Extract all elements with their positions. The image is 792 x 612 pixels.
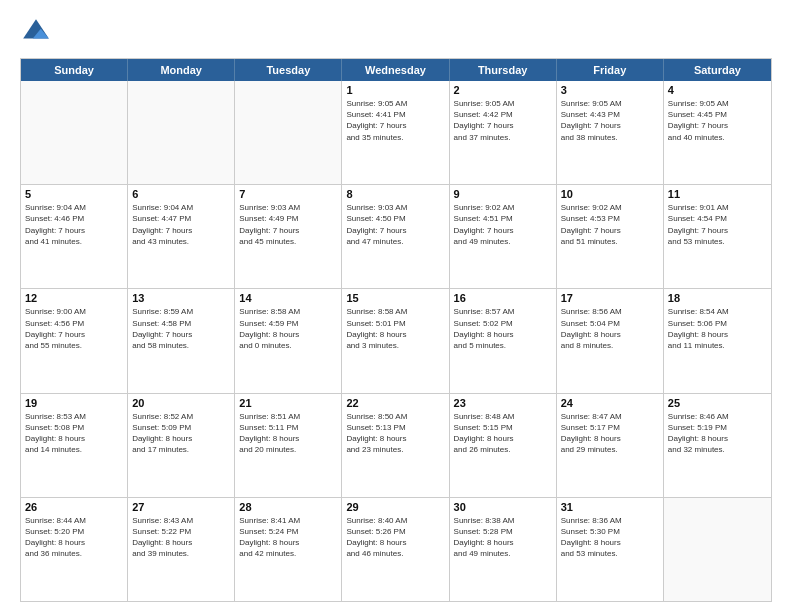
day-number-31: 31 <box>561 501 659 513</box>
day-cell-30: 30Sunrise: 8:38 AM Sunset: 5:28 PM Dayli… <box>450 498 557 601</box>
day-info-1: Sunrise: 9:05 AM Sunset: 4:41 PM Dayligh… <box>346 98 444 143</box>
day-number-14: 14 <box>239 292 337 304</box>
day-info-28: Sunrise: 8:41 AM Sunset: 5:24 PM Dayligh… <box>239 515 337 560</box>
day-number-9: 9 <box>454 188 552 200</box>
week-row-3: 19Sunrise: 8:53 AM Sunset: 5:08 PM Dayli… <box>21 393 771 497</box>
day-number-27: 27 <box>132 501 230 513</box>
day-number-1: 1 <box>346 84 444 96</box>
day-info-3: Sunrise: 9:05 AM Sunset: 4:43 PM Dayligh… <box>561 98 659 143</box>
day-cell-6: 6Sunrise: 9:04 AM Sunset: 4:47 PM Daylig… <box>128 185 235 288</box>
header-sunday: Sunday <box>21 59 128 81</box>
day-number-13: 13 <box>132 292 230 304</box>
day-info-16: Sunrise: 8:57 AM Sunset: 5:02 PM Dayligh… <box>454 306 552 351</box>
empty-cell-w0-d1 <box>128 81 235 184</box>
day-number-4: 4 <box>668 84 767 96</box>
header <box>20 16 772 48</box>
empty-cell-w4-d6 <box>664 498 771 601</box>
day-number-2: 2 <box>454 84 552 96</box>
day-info-5: Sunrise: 9:04 AM Sunset: 4:46 PM Dayligh… <box>25 202 123 247</box>
day-number-25: 25 <box>668 397 767 409</box>
day-number-17: 17 <box>561 292 659 304</box>
day-cell-24: 24Sunrise: 8:47 AM Sunset: 5:17 PM Dayli… <box>557 394 664 497</box>
day-cell-4: 4Sunrise: 9:05 AM Sunset: 4:45 PM Daylig… <box>664 81 771 184</box>
day-number-10: 10 <box>561 188 659 200</box>
day-number-7: 7 <box>239 188 337 200</box>
empty-cell-w0-d0 <box>21 81 128 184</box>
day-cell-25: 25Sunrise: 8:46 AM Sunset: 5:19 PM Dayli… <box>664 394 771 497</box>
day-cell-23: 23Sunrise: 8:48 AM Sunset: 5:15 PM Dayli… <box>450 394 557 497</box>
day-info-22: Sunrise: 8:50 AM Sunset: 5:13 PM Dayligh… <box>346 411 444 456</box>
header-monday: Monday <box>128 59 235 81</box>
day-info-9: Sunrise: 9:02 AM Sunset: 4:51 PM Dayligh… <box>454 202 552 247</box>
day-cell-19: 19Sunrise: 8:53 AM Sunset: 5:08 PM Dayli… <box>21 394 128 497</box>
page: Sunday Monday Tuesday Wednesday Thursday… <box>0 0 792 612</box>
day-info-18: Sunrise: 8:54 AM Sunset: 5:06 PM Dayligh… <box>668 306 767 351</box>
day-info-10: Sunrise: 9:02 AM Sunset: 4:53 PM Dayligh… <box>561 202 659 247</box>
header-tuesday: Tuesday <box>235 59 342 81</box>
day-number-16: 16 <box>454 292 552 304</box>
day-info-25: Sunrise: 8:46 AM Sunset: 5:19 PM Dayligh… <box>668 411 767 456</box>
day-info-31: Sunrise: 8:36 AM Sunset: 5:30 PM Dayligh… <box>561 515 659 560</box>
day-cell-27: 27Sunrise: 8:43 AM Sunset: 5:22 PM Dayli… <box>128 498 235 601</box>
day-number-23: 23 <box>454 397 552 409</box>
day-number-29: 29 <box>346 501 444 513</box>
header-thursday: Thursday <box>450 59 557 81</box>
day-number-6: 6 <box>132 188 230 200</box>
day-number-18: 18 <box>668 292 767 304</box>
header-friday: Friday <box>557 59 664 81</box>
day-cell-13: 13Sunrise: 8:59 AM Sunset: 4:58 PM Dayli… <box>128 289 235 392</box>
day-info-27: Sunrise: 8:43 AM Sunset: 5:22 PM Dayligh… <box>132 515 230 560</box>
day-cell-16: 16Sunrise: 8:57 AM Sunset: 5:02 PM Dayli… <box>450 289 557 392</box>
day-info-19: Sunrise: 8:53 AM Sunset: 5:08 PM Dayligh… <box>25 411 123 456</box>
calendar: Sunday Monday Tuesday Wednesday Thursday… <box>20 58 772 602</box>
day-number-22: 22 <box>346 397 444 409</box>
day-info-20: Sunrise: 8:52 AM Sunset: 5:09 PM Dayligh… <box>132 411 230 456</box>
day-number-3: 3 <box>561 84 659 96</box>
day-info-15: Sunrise: 8:58 AM Sunset: 5:01 PM Dayligh… <box>346 306 444 351</box>
day-cell-11: 11Sunrise: 9:01 AM Sunset: 4:54 PM Dayli… <box>664 185 771 288</box>
day-info-17: Sunrise: 8:56 AM Sunset: 5:04 PM Dayligh… <box>561 306 659 351</box>
day-number-30: 30 <box>454 501 552 513</box>
day-cell-1: 1Sunrise: 9:05 AM Sunset: 4:41 PM Daylig… <box>342 81 449 184</box>
day-info-11: Sunrise: 9:01 AM Sunset: 4:54 PM Dayligh… <box>668 202 767 247</box>
week-row-4: 26Sunrise: 8:44 AM Sunset: 5:20 PM Dayli… <box>21 497 771 601</box>
day-cell-3: 3Sunrise: 9:05 AM Sunset: 4:43 PM Daylig… <box>557 81 664 184</box>
day-cell-2: 2Sunrise: 9:05 AM Sunset: 4:42 PM Daylig… <box>450 81 557 184</box>
day-info-14: Sunrise: 8:58 AM Sunset: 4:59 PM Dayligh… <box>239 306 337 351</box>
day-number-12: 12 <box>25 292 123 304</box>
day-number-5: 5 <box>25 188 123 200</box>
day-info-21: Sunrise: 8:51 AM Sunset: 5:11 PM Dayligh… <box>239 411 337 456</box>
day-info-29: Sunrise: 8:40 AM Sunset: 5:26 PM Dayligh… <box>346 515 444 560</box>
day-info-6: Sunrise: 9:04 AM Sunset: 4:47 PM Dayligh… <box>132 202 230 247</box>
day-number-24: 24 <box>561 397 659 409</box>
logo-icon <box>20 16 52 48</box>
day-number-11: 11 <box>668 188 767 200</box>
day-cell-28: 28Sunrise: 8:41 AM Sunset: 5:24 PM Dayli… <box>235 498 342 601</box>
day-number-21: 21 <box>239 397 337 409</box>
day-cell-10: 10Sunrise: 9:02 AM Sunset: 4:53 PM Dayli… <box>557 185 664 288</box>
day-cell-22: 22Sunrise: 8:50 AM Sunset: 5:13 PM Dayli… <box>342 394 449 497</box>
day-cell-18: 18Sunrise: 8:54 AM Sunset: 5:06 PM Dayli… <box>664 289 771 392</box>
day-cell-12: 12Sunrise: 9:00 AM Sunset: 4:56 PM Dayli… <box>21 289 128 392</box>
empty-cell-w0-d2 <box>235 81 342 184</box>
day-cell-8: 8Sunrise: 9:03 AM Sunset: 4:50 PM Daylig… <box>342 185 449 288</box>
day-info-13: Sunrise: 8:59 AM Sunset: 4:58 PM Dayligh… <box>132 306 230 351</box>
day-cell-15: 15Sunrise: 8:58 AM Sunset: 5:01 PM Dayli… <box>342 289 449 392</box>
header-saturday: Saturday <box>664 59 771 81</box>
calendar-header: Sunday Monday Tuesday Wednesday Thursday… <box>21 59 771 81</box>
week-row-2: 12Sunrise: 9:00 AM Sunset: 4:56 PM Dayli… <box>21 288 771 392</box>
day-info-26: Sunrise: 8:44 AM Sunset: 5:20 PM Dayligh… <box>25 515 123 560</box>
day-info-8: Sunrise: 9:03 AM Sunset: 4:50 PM Dayligh… <box>346 202 444 247</box>
day-number-20: 20 <box>132 397 230 409</box>
logo <box>20 16 56 48</box>
day-info-30: Sunrise: 8:38 AM Sunset: 5:28 PM Dayligh… <box>454 515 552 560</box>
day-number-19: 19 <box>25 397 123 409</box>
day-cell-29: 29Sunrise: 8:40 AM Sunset: 5:26 PM Dayli… <box>342 498 449 601</box>
day-cell-31: 31Sunrise: 8:36 AM Sunset: 5:30 PM Dayli… <box>557 498 664 601</box>
week-row-0: 1Sunrise: 9:05 AM Sunset: 4:41 PM Daylig… <box>21 81 771 184</box>
day-cell-21: 21Sunrise: 8:51 AM Sunset: 5:11 PM Dayli… <box>235 394 342 497</box>
day-cell-5: 5Sunrise: 9:04 AM Sunset: 4:46 PM Daylig… <box>21 185 128 288</box>
day-info-23: Sunrise: 8:48 AM Sunset: 5:15 PM Dayligh… <box>454 411 552 456</box>
day-cell-9: 9Sunrise: 9:02 AM Sunset: 4:51 PM Daylig… <box>450 185 557 288</box>
header-wednesday: Wednesday <box>342 59 449 81</box>
